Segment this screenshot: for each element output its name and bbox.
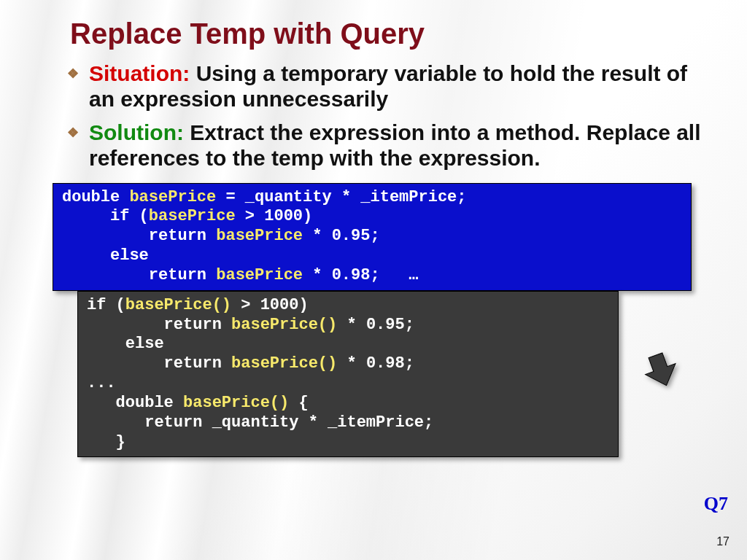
question-reference: Q7 xyxy=(704,493,728,515)
bullet-icon: ❖ xyxy=(67,120,89,171)
solution-label: Solution: xyxy=(89,120,184,144)
svg-marker-0 xyxy=(640,350,681,391)
code-block-after: if (basePrice() > 1000) return basePrice… xyxy=(77,291,619,458)
bullet-list: ❖ Situation: Using a temporary variable … xyxy=(67,61,712,171)
situation-label: Situation: xyxy=(89,61,190,85)
page-number: 17 xyxy=(716,535,729,548)
bullet-solution: ❖ Solution: Extract the expression into … xyxy=(67,120,712,171)
slide-title: Replace Temp with Query xyxy=(70,18,712,50)
bullet-icon: ❖ xyxy=(67,61,89,112)
arrow-down-icon xyxy=(640,350,681,394)
bullet-situation: ❖ Situation: Using a temporary variable … xyxy=(67,61,712,112)
code-block-before: double basePrice = _quantity * _itemPric… xyxy=(53,183,692,291)
